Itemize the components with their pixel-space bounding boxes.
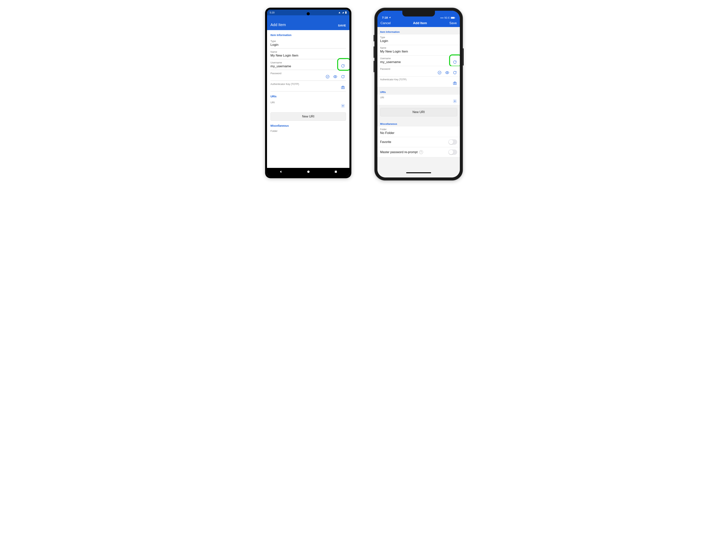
save-button[interactable]: SAVE <box>338 24 346 27</box>
section-item-info: Item Information <box>377 27 460 34</box>
label-uri: URI <box>270 101 346 104</box>
field-password[interactable]: Password <box>377 66 460 77</box>
field-totp[interactable]: Authenticator Key (TOTP) <box>377 77 460 87</box>
side-button <box>374 46 374 58</box>
side-button <box>374 35 374 41</box>
svg-point-7 <box>307 171 310 173</box>
section-misc: Miscellaneous <box>377 119 460 126</box>
help-icon[interactable]: ? <box>419 150 423 154</box>
new-uri-button[interactable]: New URI <box>380 108 457 116</box>
value-name: My New Login Item <box>380 50 457 54</box>
side-button <box>374 61 374 72</box>
svg-rect-11 <box>455 17 455 18</box>
generate-username-icon[interactable] <box>453 60 457 64</box>
gear-icon[interactable] <box>341 103 345 108</box>
toggle-visibility-icon[interactable] <box>333 74 338 79</box>
label-type: Type <box>270 40 346 43</box>
svg-rect-10 <box>451 17 454 18</box>
side-button <box>463 48 464 66</box>
label-favorite: Favorite <box>380 140 391 144</box>
save-button[interactable]: Save <box>449 21 457 25</box>
check-password-icon[interactable] <box>325 74 330 79</box>
value-uri <box>380 99 457 103</box>
value-uri <box>270 104 346 108</box>
value-type: Login <box>380 39 457 43</box>
android-screen: 5:20 Add Item SAVE Item Information Type… <box>267 10 349 176</box>
gear-icon[interactable] <box>453 99 457 103</box>
section-item-info: Item Information <box>270 30 346 38</box>
field-uri[interactable]: URI <box>377 95 460 105</box>
label-type: Type <box>380 36 457 39</box>
value-username: my_username <box>380 60 450 64</box>
label-username: Username <box>380 57 450 60</box>
label-username: Username <box>270 61 336 64</box>
field-password[interactable]: Password <box>270 70 346 81</box>
field-type[interactable]: Type Login <box>377 34 460 45</box>
notch <box>402 11 435 16</box>
label-uri: URI <box>380 96 457 99</box>
nav-recent-icon[interactable] <box>334 170 337 174</box>
value-username: my_username <box>270 64 336 69</box>
value-type: Login <box>270 43 346 47</box>
row-reprompt: Master password re-prompt ? <box>377 147 460 157</box>
status-indicators <box>338 11 347 14</box>
label-folder: Folder <box>270 128 346 132</box>
camera-icon[interactable] <box>341 85 345 90</box>
value-folder: No Folder <box>380 131 457 135</box>
svg-rect-1 <box>346 11 346 12</box>
generate-username-icon[interactable] <box>341 64 345 68</box>
nav-home-icon[interactable] <box>307 170 310 174</box>
label-password: Password <box>380 68 457 70</box>
svg-point-13 <box>447 72 448 73</box>
nav-back-icon[interactable] <box>279 170 283 174</box>
reprompt-toggle[interactable] <box>448 149 457 155</box>
location-icon <box>389 16 391 19</box>
svg-point-2 <box>326 75 329 78</box>
svg-point-12 <box>438 71 441 74</box>
field-name[interactable]: Name My New Login Item <box>270 48 346 59</box>
generate-password-icon[interactable] <box>341 74 345 79</box>
section-misc: Miscellaneous <box>270 121 346 128</box>
app-bar-title: Add Item <box>270 23 286 27</box>
toggle-visibility-icon[interactable] <box>445 70 449 75</box>
android-app-bar: Add Item SAVE <box>267 15 349 30</box>
android-nav-bar <box>267 168 349 176</box>
value-totp <box>270 86 346 90</box>
label-name: Name <box>380 47 457 49</box>
label-name: Name <box>270 50 346 53</box>
label-reprompt: Master password re-prompt <box>380 150 418 154</box>
field-username[interactable]: Username my_username <box>377 56 460 66</box>
svg-rect-8 <box>335 171 337 173</box>
svg-point-15 <box>454 83 455 84</box>
value-totp <box>380 81 457 85</box>
field-folder[interactable]: Folder No Folder <box>377 126 460 137</box>
iphone-nav-header: Cancel Add Item Save <box>377 20 460 27</box>
iphone-device-frame: 7:18 ▪▪▪▪ 5G E Cancel Add Item Save Item… <box>374 8 463 181</box>
field-type[interactable]: Type Login <box>270 38 346 48</box>
android-device-frame: 5:20 Add Item SAVE Item Information Type… <box>265 8 351 178</box>
field-username[interactable]: Username my_username <box>270 59 346 70</box>
home-indicator[interactable] <box>406 172 431 173</box>
label-folder: Folder <box>380 128 457 131</box>
iphone-content: Item Information Type Login Name My New … <box>377 27 460 177</box>
section-uris: URIs <box>377 87 460 95</box>
status-time: 7:18 <box>382 16 388 19</box>
new-uri-button[interactable]: New URI <box>270 112 346 121</box>
svg-point-3 <box>335 76 336 77</box>
generate-password-icon[interactable] <box>453 70 457 75</box>
svg-rect-0 <box>345 11 347 14</box>
android-content: Item Information Type Login Name My New … <box>267 30 349 168</box>
label-totp: Authenticator Key (TOTP) <box>270 83 346 85</box>
check-password-icon[interactable] <box>437 70 442 75</box>
field-name[interactable]: Name My New Login Item <box>377 45 460 56</box>
field-uri[interactable]: URI <box>270 99 346 110</box>
camera-icon[interactable] <box>453 81 457 85</box>
iphone-screen: 7:18 ▪▪▪▪ 5G E Cancel Add Item Save Item… <box>377 11 460 177</box>
cancel-button[interactable]: Cancel <box>380 21 391 25</box>
field-totp[interactable]: Authenticator Key (TOTP) <box>270 81 346 91</box>
svg-point-16 <box>454 101 455 102</box>
value-name: My New Login Item <box>270 54 346 58</box>
section-uris: URIs <box>270 91 346 99</box>
favorite-toggle[interactable] <box>448 139 457 145</box>
status-time: 5:20 <box>270 11 274 14</box>
